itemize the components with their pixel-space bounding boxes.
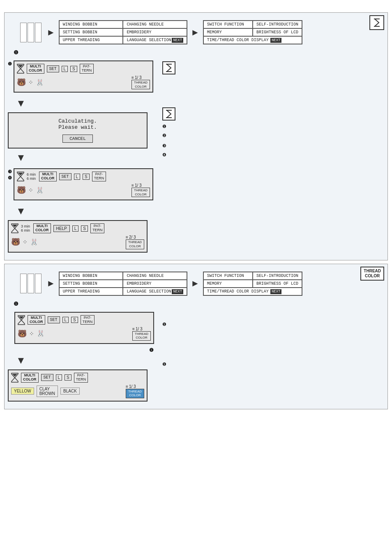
thread-label: THREAD (364, 269, 381, 273)
hourglass-icon-2 (17, 172, 24, 181)
nav-embroidery[interactable]: EMBROIDERY (123, 28, 187, 36)
hourglass-note-icon-2 (162, 107, 175, 121)
nav2-changing-needle[interactable]: CHANGING NEEDLE (123, 272, 187, 280)
left-column-section2: MULTICOLOR SET L S PAT-TERN 🐻 ⁘ 🐰 ≡ (8, 309, 156, 405)
size-s-s2-2[interactable]: S (65, 374, 71, 381)
right-column-section2: ❶ ❶ (162, 309, 384, 405)
pat-tern-btn-1[interactable]: PAT-TERN (80, 64, 94, 74)
rabbit-icon-1: 🐰 (36, 79, 44, 86)
thread-color-btn-2[interactable]: THREADCOLOR (131, 188, 150, 197)
size-l-3[interactable]: L (72, 225, 79, 232)
note-2: ❷ (162, 132, 166, 139)
time-display-bot: 6 min (27, 176, 36, 181)
calc-line1: Calculating. (14, 118, 142, 124)
hourglass-icon-1 (17, 64, 24, 74)
counter-s2-2: 1/ 3 (129, 384, 136, 389)
nav-menu-3: WINDING BOBBIN CHANGING NEEDLE SETTING B… (59, 272, 187, 296)
help-button[interactable]: HELP (53, 225, 70, 232)
page-icon-2: ≡ (131, 183, 134, 188)
pat-tern-btn-s2-1[interactable]: PAT-TERN (81, 315, 95, 325)
size-s-1[interactable]: S (70, 66, 77, 72)
nav-menu-2: SWITCH FUNCTION SELF-INTRODUCTION MEMORY… (203, 20, 302, 44)
nav-self-introduction[interactable]: SELF-INTRODUCTION (253, 21, 302, 28)
nav2-upper-threading[interactable]: UPPER THREADING (59, 288, 123, 295)
color-label: COLOR (365, 274, 380, 278)
down-arrow-3: ▼ (16, 205, 156, 217)
multi-color-btn-1[interactable]: MULTICOLOR (27, 64, 44, 74)
note-1: ❶ (162, 123, 166, 130)
bear-icon-2: 🐻 (17, 186, 26, 195)
nav-winding-bobbin[interactable]: WINDING BOBBIN (59, 21, 123, 28)
size-l-1[interactable]: L (62, 66, 68, 72)
size-s-2[interactable]: S (83, 174, 90, 180)
page-icon-s2-1: ≡ (132, 327, 135, 331)
thread-color-corner: THREAD COLOR (360, 267, 384, 281)
pat-tern-btn-3[interactable]: PAT-TERN (90, 223, 105, 233)
hourglass-icon-s2-1 (18, 315, 25, 325)
thread-color-btn-1[interactable]: THREADCOLOR (131, 80, 150, 89)
thread-color-btn-s2-2-active[interactable]: THREADCOLOR (126, 389, 144, 398)
nav2-brightness-lcd[interactable]: BRIGHTNESS OF LCD (253, 280, 302, 288)
lcd-screen-1: MULTICOLOR SET L S PAT-TERN 🐻 ⁘ 🐰 ≡ (14, 60, 153, 93)
nav-menu-1: WINDING BOBBIN CHANGING NEEDLE SETTING B… (59, 20, 187, 44)
size-l-s2-1[interactable]: L (62, 317, 69, 323)
page-icon-s2-2: ≡ (126, 384, 128, 389)
nav-upper-threading[interactable]: UPPER THREADING (59, 36, 123, 44)
note-3: ❸ (162, 142, 166, 150)
nav-changing-needle[interactable]: CHANGING NEEDLE (123, 21, 187, 28)
nav2-memory[interactable]: MEMORY (203, 280, 253, 288)
counter-1: 1/ 3 (135, 75, 142, 80)
set-btn-1[interactable]: SET (47, 65, 59, 72)
set-btn-s2-1[interactable]: SET (48, 316, 60, 323)
hourglass-corner-icon (369, 15, 384, 30)
counter-3: 2/ 3 (129, 235, 136, 239)
rabbit-icon-2: 🐰 (36, 186, 44, 194)
counter-s2-1: 1/ 3 (136, 327, 143, 331)
rabbit-icon-s2-1: 🐰 (37, 330, 45, 337)
set-btn-s2-2[interactable]: SET (41, 374, 53, 381)
size-s-3[interactable]: S (81, 225, 88, 232)
size-l-2[interactable]: L (74, 174, 81, 180)
note-4: ❹ (162, 151, 166, 159)
set-btn-2[interactable]: SET (59, 173, 71, 180)
section-thread-color: THREAD COLOR ► WINDING BOBBIN CHANGING N… (4, 264, 388, 409)
step1-label: ❶ (14, 49, 384, 56)
down-arrow-s2-1: ▼ (16, 355, 156, 366)
lcd-screen-2: 6 min 6 min MULTICOLOR SET L S PAT-TERN … (14, 168, 153, 200)
nav-memory[interactable]: MEMORY (203, 28, 253, 36)
lcd-screen-s2-2: MULTICOLOR SET L S PAT-TERN YELLOW CLAYB… (8, 369, 148, 402)
flow-arrow-3: ► (46, 278, 55, 289)
nav2-winding-bobbin[interactable]: WINDING BOBBIN (59, 272, 123, 280)
nav2-setting-bobbin[interactable]: SETTING BOBBIN (59, 280, 123, 288)
size-l-s2-2[interactable]: L (56, 374, 62, 381)
nav2-embroidery[interactable]: EMBROIDERY (123, 280, 187, 288)
multi-color-btn-3[interactable]: MULTICOLOR (33, 223, 51, 233)
nav-setting-bobbin[interactable]: SETTING BOBBIN (59, 28, 123, 36)
nav2-time-thread[interactable]: TIME/THREAD COLOR DISPLAYNEXT (203, 288, 302, 295)
nav-menu-4: SWITCH FUNCTION SELF-INTRODUCTION MEMORY… (203, 272, 302, 296)
pat-tern-btn-s2-2[interactable]: PAT-TERN (74, 373, 88, 383)
multi-color-btn-s2-2[interactable]: MULTICOLOR (21, 373, 39, 383)
nav2-self-introduction[interactable]: SELF-INTRODUCTION (253, 272, 302, 280)
page-icon-1: ≡ (131, 75, 134, 80)
nav2-language-selection[interactable]: LANGUAGE SELECTIONNEXT (123, 288, 187, 295)
nav-language-selection[interactable]: LANGUAGE SELECTIONNEXT (123, 36, 187, 44)
nav-switch-function[interactable]: SWITCH FUNCTION (203, 21, 253, 28)
thread-color-btn-3[interactable]: THREADCOLOR (126, 239, 144, 249)
multi-color-btn-s2-1[interactable]: MULTICOLOR (28, 315, 45, 325)
pat-tern-btn-2[interactable]: PAT-TERN (92, 172, 106, 181)
down-arrow-1: ▼ (16, 98, 156, 109)
dot-icon-3: ⁘ (23, 239, 28, 245)
thread-color-btn-s2-1[interactable]: THREADCOLOR (132, 331, 151, 341)
nav-time-thread[interactable]: TIME/THREAD COLOR DISPLAYNEXT (203, 36, 302, 44)
cancel-button[interactable]: CANCEL (62, 135, 93, 143)
multi-color-btn-2[interactable]: MULTICOLOR (39, 172, 57, 181)
size-s-s2-1[interactable]: S (71, 317, 78, 323)
hourglass-icon-s2-2 (11, 373, 18, 383)
nav-brightness-lcd[interactable]: BRIGHTNESS OF LCD (253, 28, 302, 36)
s2-note-1b: ❶ (162, 361, 166, 368)
calc-line2: Please wait. (14, 124, 142, 130)
nav2-switch-function[interactable]: SWITCH FUNCTION (203, 272, 253, 280)
hourglass-note-icon (162, 61, 175, 74)
bear-icon-1: 🐻 (17, 78, 26, 87)
